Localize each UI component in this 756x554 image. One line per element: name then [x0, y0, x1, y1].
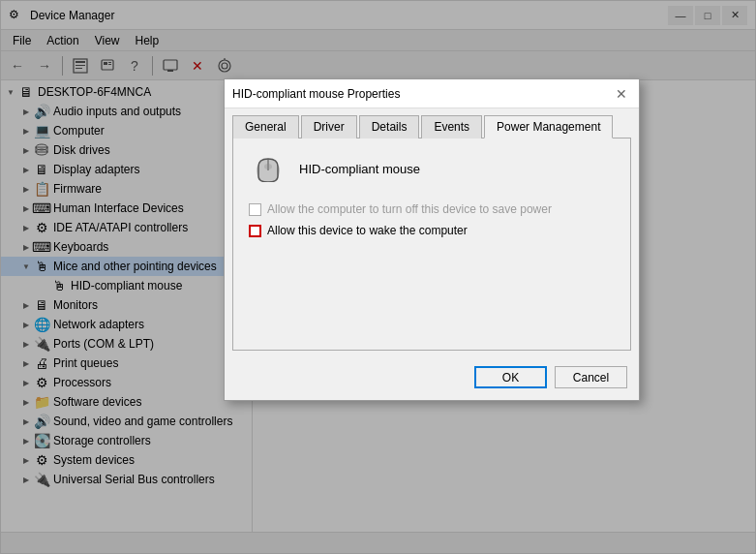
device-header: HID-compliant mouse — [249, 154, 615, 183]
checkbox-option-turnoff: Allow the computer to turn off this devi… — [249, 202, 615, 216]
main-window: ⚙ Device Manager — □ ✕ File Action View … — [0, 0, 756, 554]
checkbox-option-wake: Allow this device to wake the computer — [249, 224, 615, 237]
dialog-overlay: HID-compliant mouse Properties ✕ General… — [1, 1, 755, 553]
checkbox-wake-label: Allow this device to wake the computer — [267, 224, 468, 237]
dialog-close-button[interactable]: ✕ — [612, 84, 631, 104]
dialog-content: HID-compliant mouse Allow the computer t… — [232, 138, 631, 351]
dialog-title-bar: HID-compliant mouse Properties ✕ — [225, 79, 639, 108]
cancel-button[interactable]: Cancel — [555, 366, 627, 388]
checkbox-turnoff-label: Allow the computer to turn off this devi… — [267, 202, 552, 216]
svg-point-18 — [264, 164, 272, 169]
checkbox-wake[interactable] — [249, 225, 261, 237]
device-icon-large — [249, 154, 287, 183]
ok-button[interactable]: OK — [474, 366, 547, 388]
tab-power-management[interactable]: Power Management — [484, 115, 613, 138]
checkbox-turnoff[interactable] — [249, 203, 261, 216]
device-name: HID-compliant mouse — [299, 162, 420, 176]
dialog: HID-compliant mouse Properties ✕ General… — [224, 78, 640, 401]
tab-events[interactable]: Events — [421, 115, 482, 138]
tab-general[interactable]: General — [232, 115, 299, 138]
tab-details[interactable]: Details — [359, 115, 420, 138]
dialog-buttons: OK Cancel — [225, 358, 639, 400]
dialog-title: HID-compliant mouse Properties — [232, 87, 400, 101]
tab-driver[interactable]: Driver — [301, 115, 357, 138]
dialog-tabs: General Driver Details Events Power Mana… — [225, 108, 639, 138]
